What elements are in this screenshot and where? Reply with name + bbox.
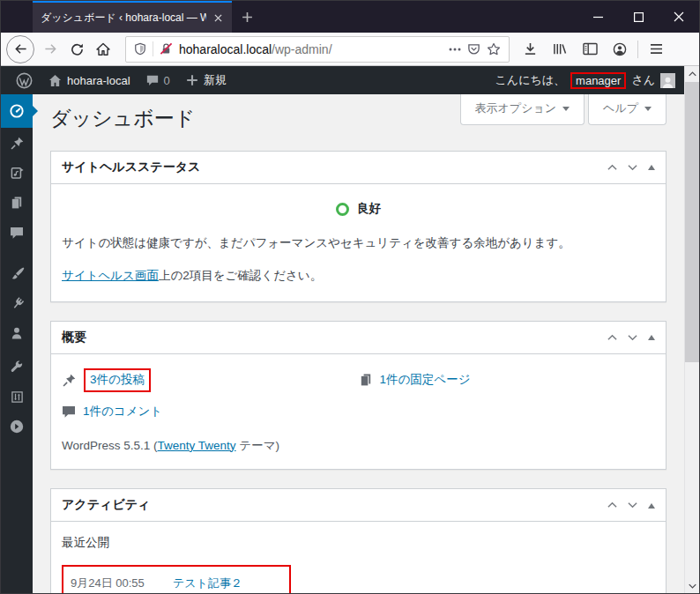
- url-text[interactable]: hoharalocal.local/wp-admin/: [179, 42, 443, 56]
- new-tab-button[interactable]: [232, 1, 262, 33]
- user-avatar[interactable]: [660, 73, 675, 88]
- back-button[interactable]: [6, 35, 34, 63]
- browser-window: ダッシュボード ‹ hohara-local — Word: [0, 0, 700, 594]
- wordpress-version-row: WordPress 5.5.1 (Twenty Twenty テーマ): [62, 437, 655, 457]
- account-icon: [613, 42, 627, 56]
- screen-options-button[interactable]: 表示オプション: [460, 94, 585, 125]
- help-button[interactable]: ヘルプ: [588, 94, 666, 125]
- move-down-icon[interactable]: [628, 164, 637, 171]
- comments-count-link[interactable]: 1件のコメント: [83, 403, 162, 421]
- tab-close-icon[interactable]: [212, 12, 224, 24]
- menu-button[interactable]: [641, 36, 671, 63]
- site-health-screen-link[interactable]: サイトヘルス画面: [62, 269, 159, 282]
- sidebar-item-users[interactable]: [1, 318, 33, 348]
- at-a-glance-header[interactable]: 概要: [51, 322, 666, 354]
- dashboard-gauge-icon: [9, 103, 25, 119]
- comments-count: 0: [164, 74, 170, 87]
- site-health-header[interactable]: サイトヘルスステータス: [51, 152, 666, 184]
- screen-options-label: 表示オプション: [475, 100, 557, 116]
- window-maximize-button[interactable]: [618, 1, 659, 33]
- health-status-label: 良好: [357, 200, 381, 219]
- pocket-icon[interactable]: [467, 42, 480, 56]
- pages-count-link[interactable]: 1件の固定ページ: [380, 371, 471, 390]
- post-title-link[interactable]: テスト記事２: [173, 575, 242, 592]
- toggle-panel-icon[interactable]: [648, 161, 655, 170]
- site-name-label: hohara-local: [67, 74, 130, 87]
- sidebar-item-dashboard[interactable]: [1, 94, 33, 128]
- url-bar[interactable]: hoharalocal.local/wp-admin/: [125, 36, 510, 63]
- window-close-button[interactable]: [659, 1, 699, 33]
- tracking-protection-shield-icon[interactable]: [134, 42, 146, 56]
- sidebar-item-comments[interactable]: [1, 218, 33, 248]
- move-down-icon[interactable]: [628, 501, 637, 509]
- minimize-icon: [593, 12, 603, 22]
- at-a-glance-widget: 概要 3件の投稿: [50, 321, 666, 471]
- sidebar-item-tools[interactable]: [1, 352, 33, 382]
- library-button[interactable]: [545, 36, 575, 63]
- avatar-person-icon: [661, 76, 674, 88]
- toggle-panel-icon[interactable]: [648, 500, 655, 509]
- download-icon: [524, 42, 537, 56]
- sidebar-item-plugins[interactable]: [1, 288, 33, 318]
- window-minimize-button[interactable]: [577, 1, 618, 33]
- pages-icon: [359, 373, 373, 387]
- media-icon: [10, 166, 24, 180]
- move-up-icon[interactable]: [607, 334, 617, 341]
- home-button[interactable]: [90, 36, 116, 63]
- move-up-icon[interactable]: [607, 164, 617, 171]
- plug-icon: [10, 296, 24, 310]
- pin-icon: [10, 136, 25, 151]
- wrench-icon: [10, 360, 24, 374]
- chevron-down-icon: [562, 107, 570, 115]
- reload-button[interactable]: [63, 36, 90, 63]
- comment-bubble-icon: [146, 74, 159, 86]
- activity-title: アクティビティ: [62, 497, 150, 513]
- page-scrollbar[interactable]: [684, 66, 699, 593]
- plus-icon: [242, 11, 253, 23]
- bookmark-star-icon[interactable]: [487, 42, 501, 56]
- collapse-menu-button[interactable]: [1, 412, 33, 442]
- home-icon: [48, 74, 62, 87]
- pin-icon: [62, 373, 77, 388]
- insecure-lock-icon[interactable]: [160, 42, 173, 56]
- sidebar-item-media[interactable]: [1, 158, 33, 188]
- comments-menu[interactable]: 0: [138, 66, 178, 94]
- page-actions-icon[interactable]: [449, 48, 461, 51]
- at-a-glance-body: 3件の投稿 1件の固定ページ 1件のコメント: [51, 354, 666, 470]
- activity-header[interactable]: アクティビティ: [51, 489, 666, 522]
- glance-grid: 3件の投稿 1件の固定ページ 1件のコメント: [62, 368, 655, 421]
- theme-link[interactable]: Twenty Twenty: [158, 439, 236, 452]
- toggle-panel-icon[interactable]: [648, 331, 655, 340]
- url-host: hoharalocal.local: [179, 42, 272, 56]
- move-up-icon[interactable]: [607, 501, 617, 509]
- wordpress-logo-icon: [16, 72, 33, 89]
- collapse-arrow-icon: [9, 419, 25, 434]
- widget-handles: [607, 161, 655, 173]
- sidebar-item-pages[interactable]: [1, 188, 33, 218]
- sidebars-button[interactable]: [575, 36, 605, 63]
- wp-logo-menu[interactable]: [8, 66, 41, 94]
- account-button[interactable]: [605, 36, 635, 63]
- site-name-menu[interactable]: hohara-local: [41, 66, 138, 94]
- browser-tab[interactable]: ダッシュボード ‹ hohara-local — Word: [33, 1, 232, 33]
- sidebar-toggle-icon: [583, 42, 598, 56]
- forward-button[interactable]: [37, 36, 63, 63]
- move-down-icon[interactable]: [628, 334, 637, 341]
- my-account-menu[interactable]: こんにちは、 manager さん: [495, 72, 677, 89]
- activity-row: 9月24日 00:55 テスト記事２: [71, 571, 282, 593]
- site-health-body: 良好 サイトの状態は健康ですが、まだパフォーマンスやセキュリティを改善する余地が…: [51, 184, 666, 301]
- scroll-down-arrow[interactable]: [685, 578, 699, 593]
- scroll-up-arrow[interactable]: [685, 66, 699, 81]
- sidebar-item-settings[interactable]: [1, 382, 33, 412]
- recently-published-label: 最近公開: [62, 534, 655, 553]
- posts-count-link[interactable]: 3件の投稿: [90, 373, 145, 386]
- widget-handles: [607, 331, 655, 343]
- health-good-circle-icon: [336, 203, 349, 216]
- sidebar-item-appearance[interactable]: [1, 258, 33, 288]
- sidebar-item-posts[interactable]: [1, 128, 33, 158]
- scrollbar-thumb[interactable]: [685, 82, 699, 362]
- greeting-prefix: こんにちは、: [495, 72, 566, 88]
- new-content-menu[interactable]: 新規: [178, 66, 235, 94]
- downloads-button[interactable]: [515, 36, 545, 63]
- activity-list-highlight: 9月24日 00:55 テスト記事２ 6月5日 02:17 テスト記事 6月3日…: [62, 565, 291, 593]
